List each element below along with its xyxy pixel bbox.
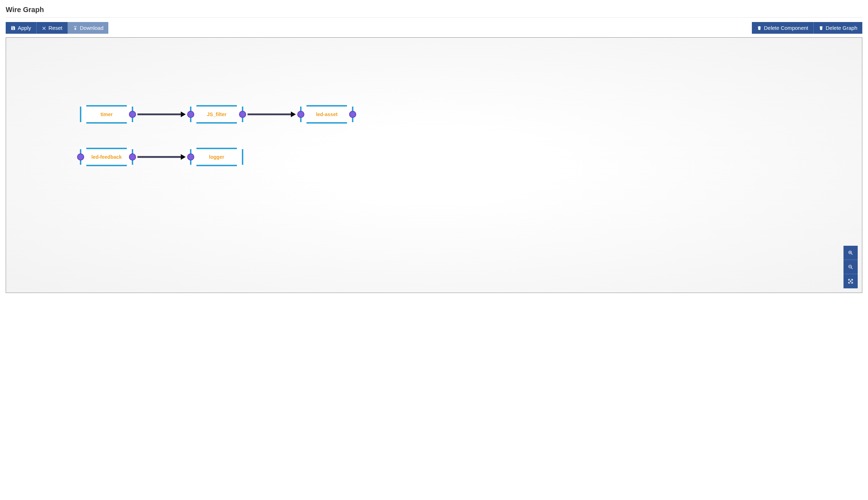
svg-line-1 — [851, 254, 852, 255]
port-out[interactable] — [349, 111, 356, 118]
node-notch — [300, 122, 306, 124]
trash-icon — [757, 26, 762, 31]
node-timer[interactable]: timer — [80, 105, 133, 124]
node-notch — [190, 165, 196, 166]
node-notch — [190, 148, 196, 149]
node-label: logger — [209, 154, 224, 160]
apply-label: Apply — [18, 25, 31, 31]
delete-component-label: Delete Component — [764, 25, 808, 31]
node-label: JS_filter — [207, 112, 226, 117]
delete-graph-label: Delete Graph — [826, 25, 857, 31]
download-button[interactable]: Download — [68, 22, 109, 34]
node-notch — [127, 105, 133, 107]
port-in[interactable] — [297, 111, 304, 118]
apply-button[interactable]: Apply — [6, 22, 37, 34]
reset-label: Reset — [49, 25, 63, 31]
svg-line-5 — [851, 268, 852, 269]
zoom-out-button[interactable] — [843, 260, 858, 274]
node-notch — [80, 105, 86, 107]
port-in[interactable] — [187, 153, 194, 161]
port-out[interactable] — [239, 111, 246, 118]
save-icon — [11, 26, 16, 31]
node-notch — [80, 122, 86, 124]
close-icon — [42, 26, 47, 31]
node-notch — [127, 165, 133, 166]
node-notch — [190, 122, 196, 124]
expand-icon — [848, 278, 853, 284]
node-led-asset[interactable]: led-asset — [300, 105, 353, 124]
node-label: timer — [101, 112, 113, 117]
toolbar-right: Delete Component Delete Graph — [752, 22, 862, 34]
port-in[interactable] — [187, 111, 194, 118]
node-notch — [190, 105, 196, 107]
node-notch — [237, 122, 243, 124]
zoom-out-icon — [848, 264, 853, 270]
toolbar: Apply Reset Download Delete Component De… — [6, 22, 862, 34]
download-icon — [73, 26, 78, 31]
trash-icon — [819, 26, 824, 31]
node-notch — [237, 105, 243, 107]
node-notch — [237, 165, 243, 166]
zoom-fit-button[interactable] — [843, 274, 858, 288]
delete-graph-button[interactable]: Delete Graph — [814, 22, 862, 34]
node-notch — [80, 148, 86, 149]
node-notch — [347, 122, 353, 124]
node-js-filter[interactable]: JS_filter — [190, 105, 243, 124]
node-logger[interactable]: logger — [190, 148, 243, 166]
port-out[interactable] — [129, 111, 136, 118]
port-in[interactable] — [77, 153, 84, 161]
download-label: Download — [80, 25, 104, 31]
wire-layer — [6, 38, 862, 293]
node-notch — [127, 148, 133, 149]
node-notch — [80, 165, 86, 166]
port-out[interactable] — [129, 153, 136, 161]
wire-arrow-icon — [291, 112, 296, 117]
toolbar-left: Apply Reset Download — [6, 22, 108, 34]
wire-arrow-icon — [181, 154, 186, 160]
node-label: led-asset — [316, 112, 338, 117]
zoom-in-button[interactable] — [843, 246, 858, 260]
delete-component-button[interactable]: Delete Component — [752, 22, 814, 34]
node-label: led-feedback — [91, 154, 122, 160]
zoom-in-icon — [848, 250, 853, 256]
reset-button[interactable]: Reset — [37, 22, 68, 34]
graph-canvas[interactable]: timerJS_filterled-assetled-feedbacklogge… — [6, 37, 862, 293]
wire-arrow-icon — [181, 112, 186, 117]
node-notch — [300, 105, 306, 107]
node-notch — [347, 105, 353, 107]
page-title: Wire Graph — [6, 6, 862, 18]
node-notch — [237, 148, 243, 149]
node-notch — [127, 122, 133, 124]
node-led-feedback[interactable]: led-feedback — [80, 148, 133, 166]
zoom-controls — [843, 246, 858, 288]
